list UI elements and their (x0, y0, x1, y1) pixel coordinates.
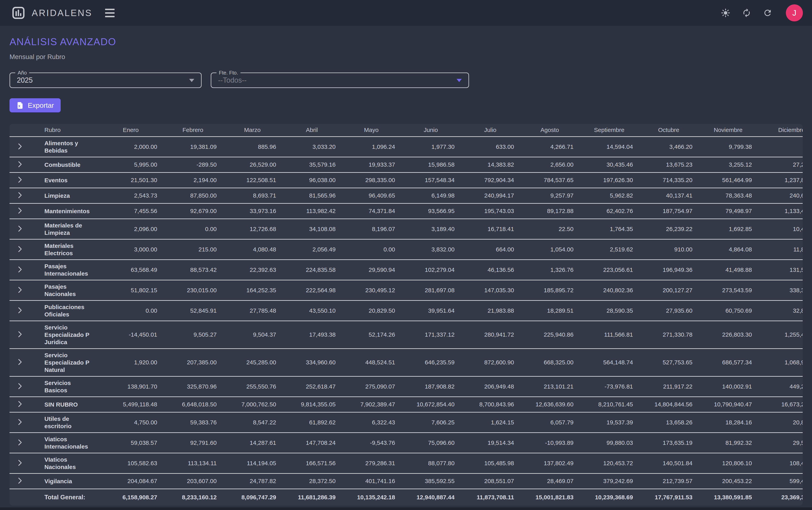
column-header-noviembre[interactable]: Noviembre (698, 124, 758, 137)
table-cell: 245,285.00 (223, 349, 282, 376)
row-expand-chevron-icon[interactable] (16, 245, 24, 253)
table-head-row: Rubro EneroFebreroMarzoAbrilMayoJunioJul… (9, 124, 803, 137)
row-expand-chevron-icon[interactable] (16, 400, 24, 408)
table-cell: 22,392.63 (223, 260, 282, 280)
chevron-down-icon (457, 79, 462, 82)
table-row: Eventos21,501.302,194.00122,508.5196,038… (9, 172, 803, 188)
table-row: Viaticos Internacionales59,038.5792,791.… (9, 432, 803, 453)
table-cell: 27,785.48 (223, 300, 282, 321)
row-expand-chevron-icon[interactable] (16, 160, 24, 169)
row-expand-chevron-icon[interactable] (16, 175, 24, 184)
table-cell: 1,692.85 (698, 219, 758, 239)
table-cell: 78,363.48 (698, 188, 758, 203)
table-row: Limpieza2,543.7387,850.008,693.7181,565.… (9, 188, 803, 203)
row-expand-chevron-icon[interactable] (16, 458, 24, 467)
row-label: Combustible (39, 157, 98, 172)
table-cell: 140,501.84 (639, 453, 698, 473)
table-cell: 0.00 (163, 219, 223, 239)
table-cell: 385,592.55 (401, 473, 461, 489)
column-header-enero[interactable]: Enero (98, 124, 163, 137)
table-cell: 140,002.91 (698, 376, 758, 397)
user-avatar[interactable]: J (786, 4, 803, 21)
table-cell: 338,379.55 (758, 280, 803, 300)
row-expand-chevron-icon[interactable] (16, 306, 24, 314)
export-button[interactable]: X Exportar (9, 98, 61, 112)
row-expand-chevron-icon[interactable] (16, 418, 24, 426)
column-header-diciembre[interactable]: Diciembre (758, 124, 803, 137)
column-header-octubre[interactable]: Octubre (639, 124, 698, 137)
table-cell: 910.00 (639, 239, 698, 260)
row-expand-chevron-icon[interactable] (16, 286, 24, 294)
table-cell: 52,174.26 (342, 321, 401, 349)
column-header-marzo[interactable]: Marzo (223, 124, 282, 137)
row-expand-chevron-icon[interactable] (16, 142, 24, 151)
expander-column-header (9, 124, 39, 137)
table-cell: 81,565.96 (282, 188, 342, 203)
total-row: Total General:6,158,908.278,233,160.128,… (9, 489, 803, 506)
year-select[interactable]: Año 2025 (9, 72, 202, 88)
column-header-mayo[interactable]: Mayo (342, 124, 401, 137)
column-header-junio[interactable]: Junio (401, 124, 461, 137)
topbar: ARIDALENS J (0, 0, 812, 26)
column-header-septiembre[interactable]: Septiembre (579, 124, 639, 137)
row-label: Limpieza (39, 188, 98, 203)
row-expand-cell (9, 349, 39, 376)
table-cell: 11,871.16 (758, 239, 803, 260)
column-header-julio[interactable]: Julio (461, 124, 520, 137)
row-label: Viaticos Internacionales (39, 432, 98, 453)
table-cell: 75,096.60 (401, 432, 461, 453)
table-cell: 714,335.20 (639, 172, 698, 188)
table-cell: 8,210,761.45 (579, 397, 639, 412)
row-label: Materiales Electricos (39, 239, 98, 260)
table-cell: 28,469.07 (520, 473, 579, 489)
row-expand-chevron-icon[interactable] (16, 191, 24, 200)
column-header-abril[interactable]: Abril (282, 124, 342, 137)
row-expand-chevron-icon[interactable] (16, 224, 24, 233)
row-expand-cell (9, 473, 39, 489)
table-cell: 113,134.11 (163, 453, 223, 473)
table-cell: 12,636,639.60 (520, 397, 579, 412)
menu-icon[interactable] (105, 9, 115, 17)
row-expand-chevron-icon[interactable] (16, 330, 24, 339)
row-expand-chevron-icon[interactable] (16, 206, 24, 215)
table-cell: 46,136.56 (461, 260, 520, 280)
table-cell: 9,505.27 (163, 321, 223, 349)
column-header-rubro[interactable]: Rubro (39, 124, 98, 137)
table-cell: 196,949.36 (639, 260, 698, 280)
table-cell: 28,372.50 (282, 473, 342, 489)
row-expand-chevron-icon[interactable] (16, 358, 24, 366)
row-expand-chevron-icon[interactable] (16, 382, 24, 391)
row-expand-chevron-icon[interactable] (16, 265, 24, 274)
table-cell: 1,326.76 (520, 260, 579, 280)
row-expand-chevron-icon[interactable] (16, 438, 24, 447)
table-cell: 1,977.30 (401, 137, 461, 157)
sun-icon[interactable] (721, 8, 730, 18)
table-cell: 62,402.76 (579, 203, 639, 219)
table-cell: 88,077.80 (401, 453, 461, 473)
table-cell: 401,741.16 (342, 473, 401, 489)
table-cell: 599,494.25 (758, 473, 803, 489)
row-expand-chevron-icon[interactable] (16, 476, 24, 485)
table-cell: 334,960.60 (282, 349, 342, 376)
column-header-agosto[interactable]: Agosto (520, 124, 579, 137)
reload-icon[interactable] (763, 8, 772, 18)
bottom-scrollbar-track[interactable] (0, 507, 812, 510)
table-cell: 166,571.56 (282, 453, 342, 473)
sync-icon[interactable] (742, 8, 751, 18)
table-cell: 26,529.00 (223, 157, 282, 172)
total-cell: 17,767,911.53 (639, 489, 698, 506)
column-header-febrero[interactable]: Febrero (163, 124, 223, 137)
table-cell: 3,033.20 (282, 137, 342, 157)
table-row: Publicaciones Oficiales0.0052,845.9127,7… (9, 300, 803, 321)
row-label: Alimentos y Bebidas (39, 137, 98, 157)
table-cell: 448,524.51 (342, 349, 401, 376)
total-expander-cell (9, 489, 39, 506)
row-label: Servicio Especializado P Juridica (39, 321, 98, 349)
row-expand-cell (9, 280, 39, 300)
table-cell: 1,068,938.45 (758, 349, 803, 376)
table-cell: 18,289.51 (520, 300, 579, 321)
table-cell: 24,787.82 (223, 473, 282, 489)
table-cell: 137,802.49 (520, 453, 579, 473)
funding-source-select[interactable]: Fte. Fto. --Todos-- (211, 72, 469, 88)
table-cell: 275,090.07 (342, 376, 401, 397)
